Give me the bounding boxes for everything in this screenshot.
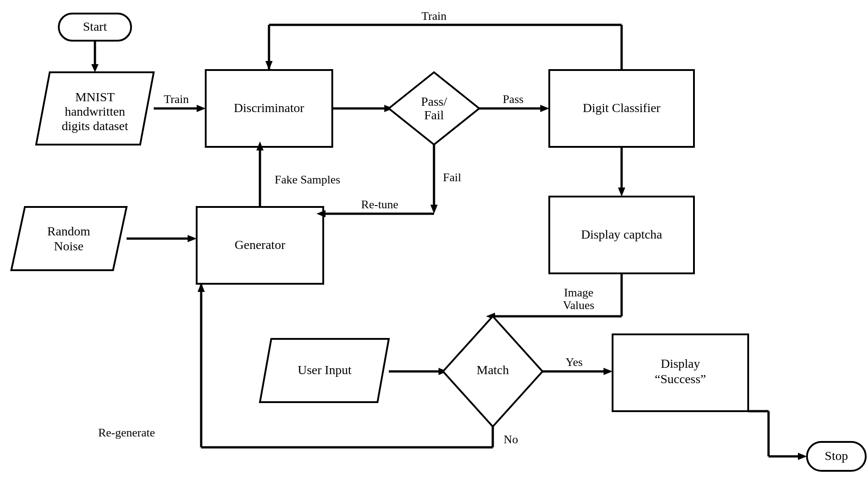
discriminator-label: Discriminator [234,101,304,115]
pass-label: Pass [503,93,524,106]
digit-classifier-label: Digit Classifier [583,101,661,115]
re-generate-label: Re-generate [98,426,155,439]
svg-marker-13 [188,235,197,242]
user-input-label: User Input [298,363,352,377]
svg-marker-9 [618,188,625,197]
train-left-label: Train [164,93,189,106]
fail-label: Fail [443,171,461,184]
re-tune-label: Re-tune [361,198,398,211]
random-noise-label1: Random [47,224,90,238]
image-values-label2: Values [563,299,594,312]
start-label: Start [83,19,107,33]
display-success-label1: Display [660,357,700,371]
image-values-label1: Image [564,286,594,299]
match-label: Match [476,363,509,377]
svg-marker-1 [91,64,99,72]
mnist-label3: digits dataset [62,119,128,133]
pass-fail-label1: Pass/ [421,94,447,108]
random-noise-node [11,207,127,270]
mnist-label2: handwritten [65,104,125,118]
svg-marker-3 [197,105,206,112]
svg-marker-11 [430,205,438,214]
svg-marker-37 [265,61,273,70]
train-top-label: Train [421,9,446,23]
generator-label: Generator [235,238,286,252]
svg-marker-33 [798,453,807,460]
display-success-label2: “Success” [655,372,706,386]
fake-samples-label: Fake Samples [274,173,340,186]
svg-marker-24 [604,368,613,375]
random-noise-label2: Noise [54,239,83,253]
svg-marker-7 [540,105,549,112]
pass-fail-label2: Fail [424,108,444,122]
yes-label: Yes [566,356,583,369]
stop-label: Stop [825,449,848,463]
mnist-label: MNIST [75,90,114,104]
display-captcha-label: Display captcha [581,227,662,241]
no-label: No [504,433,518,446]
